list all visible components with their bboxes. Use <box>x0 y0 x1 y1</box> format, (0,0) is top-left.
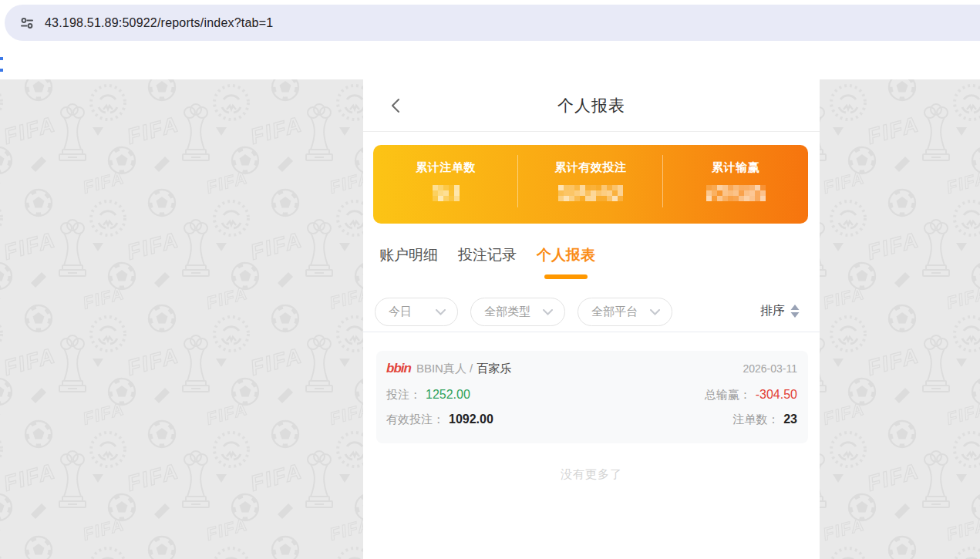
panel-header: 个人报表 <box>363 79 820 132</box>
stat-valid-bets: 累计有效投注 <box>518 145 663 224</box>
bet-count-label: 注单数： <box>732 413 779 427</box>
stat-label: 累计有效投注 <box>555 160 627 175</box>
back-button[interactable] <box>385 95 406 116</box>
sort-arrows-icon <box>790 305 800 318</box>
no-more-text: 没有更多了 <box>363 467 820 482</box>
tab-bar: 账户明细 投注记录 个人报表 <box>379 245 595 276</box>
bbin-logo: bbin <box>386 361 411 376</box>
chevron-down-icon <box>650 309 660 315</box>
chevron-down-icon <box>436 309 446 315</box>
stat-label: 累计注单数 <box>416 160 476 175</box>
valid-bet-label: 有效投注： <box>386 413 444 427</box>
report-panel: 个人报表 累计注单数 累计有效投注 累计输赢 账户明细 投注记录 个人报表 今日 <box>363 79 820 559</box>
winloss-amount: -304.50 <box>756 388 797 402</box>
sort-button[interactable]: 排序 <box>760 303 800 319</box>
date-filter-label: 今日 <box>389 305 412 319</box>
bet-amount: 1252.00 <box>426 388 470 402</box>
type-filter-label: 全部类型 <box>484 305 530 319</box>
bet-label: 投注： <box>386 388 421 402</box>
censored-value <box>433 185 460 201</box>
stat-label: 累计输赢 <box>712 160 759 175</box>
tab-bet-records[interactable]: 投注记录 <box>458 245 517 276</box>
winloss-label: 总输赢： <box>705 388 751 402</box>
site-settings-icon[interactable] <box>14 10 40 36</box>
chevron-down-icon <box>543 309 553 315</box>
stat-winloss: 累计输赢 <box>663 145 808 224</box>
clipped-edge-artifact <box>0 57 3 76</box>
tab-account-details[interactable]: 账户明细 <box>379 245 438 276</box>
game-name: 百家乐 <box>477 362 511 376</box>
record-date: 2026-03-11 <box>743 362 797 375</box>
bet-count: 23 <box>783 413 797 426</box>
page-title: 个人报表 <box>557 95 625 116</box>
provider-name: BBIN真人 / <box>416 362 473 376</box>
tab-personal-report[interactable]: 个人报表 <box>537 245 595 276</box>
filter-row: 今日 全部类型 全部平台 排序 <box>363 295 820 332</box>
platform-filter-dropdown[interactable]: 全部平台 <box>578 298 672 326</box>
date-filter-dropdown[interactable]: 今日 <box>375 298 458 326</box>
url-text[interactable]: 43.198.51.89:50922/reports/index?tab=1 <box>45 16 273 30</box>
platform-filter-label: 全部平台 <box>591 305 638 319</box>
cumulative-stats-card: 累计注单数 累计有效投注 累计输赢 <box>373 145 808 224</box>
censored-value <box>558 185 623 201</box>
censored-value <box>706 185 766 201</box>
sort-label: 排序 <box>760 303 785 319</box>
report-record-card[interactable]: bbin BBIN真人 / 百家乐 2026-03-11 投注： 1252.00… <box>376 351 808 443</box>
valid-bet-amount: 1092.00 <box>449 413 493 426</box>
browser-address-bar[interactable]: 43.198.51.89:50922/reports/index?tab=1 <box>5 5 980 41</box>
type-filter-dropdown[interactable]: 全部类型 <box>470 298 565 326</box>
stat-total-bets: 累计注单数 <box>373 145 518 224</box>
